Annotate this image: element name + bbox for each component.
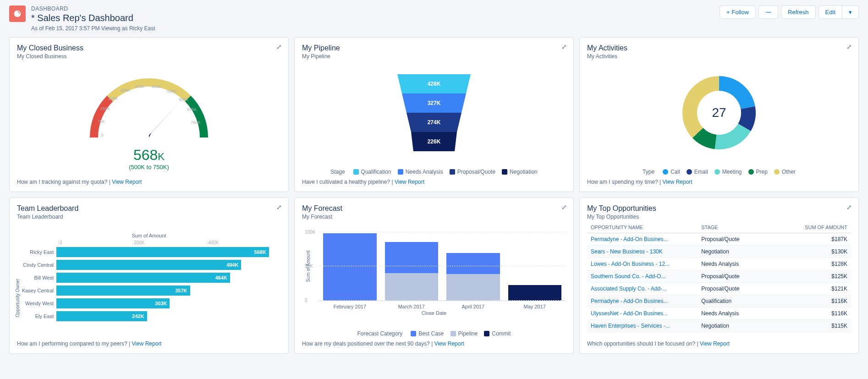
svg-text:375K: 375K bbox=[135, 84, 144, 89]
activities-card: ⤢ My Activities My Activities 27 Type Ca… bbox=[579, 37, 859, 192]
expand-icon[interactable]: ⤢ bbox=[276, 43, 282, 50]
expand-icon[interactable]: ⤢ bbox=[846, 43, 852, 50]
table-row[interactable]: Lowes - Add-On Business - 12...Needs Ana… bbox=[587, 258, 851, 270]
card-subtitle: My Top Opportunities bbox=[587, 214, 851, 220]
forecast-column bbox=[508, 285, 562, 301]
svg-text:525K: 525K bbox=[167, 89, 176, 93]
leaderboard-card: ⤢ Team Leaderboard Team Leaderboard Oppo… bbox=[9, 198, 289, 354]
table-cell: Needs Analysis bbox=[698, 258, 771, 270]
bar-fill: 568K bbox=[56, 247, 269, 257]
edit-label: Edit bbox=[825, 9, 835, 16]
forecast-card: ⤢ My Forecast My Forecast Sum of Amount … bbox=[294, 198, 574, 354]
page-title: * Sales Rep's Dashboard bbox=[31, 13, 717, 23]
refresh-button[interactable]: Refresh bbox=[781, 5, 816, 19]
header-text: DASHBOARD * Sales Rep's Dashboard As of … bbox=[31, 5, 717, 32]
dashboard-grid: ⤢ My Closed Business My Closed Business … bbox=[0, 37, 868, 363]
edit-dropdown-button[interactable]: ▾ bbox=[842, 5, 859, 19]
pulse-icon: ⁓ bbox=[765, 9, 771, 16]
col-opportunity-name[interactable]: OPPORTUNITY NAME bbox=[587, 222, 698, 233]
feed-button[interactable]: ⁓ bbox=[758, 5, 778, 19]
legend-item: Call bbox=[663, 169, 680, 175]
expand-icon[interactable]: ⤢ bbox=[561, 43, 567, 50]
legend-item: Proposal/Quote bbox=[450, 169, 495, 175]
column-segment bbox=[385, 273, 439, 301]
edit-button-group: Edit ▾ bbox=[816, 5, 859, 19]
table-row[interactable]: Southern Sound Co. - Add-O...Proposal/Qu… bbox=[587, 270, 851, 283]
col-sum-amount[interactable]: SUM OF AMOUNT bbox=[771, 222, 851, 233]
svg-text:450K: 450K bbox=[151, 84, 161, 89]
col-stage[interactable]: STAGE bbox=[698, 222, 771, 233]
bar-fill: 494K bbox=[56, 260, 241, 270]
table-row[interactable]: Haven Enterprises - Services -...Negotia… bbox=[587, 320, 851, 332]
card-title: My Closed Business bbox=[17, 44, 281, 52]
opportunity-link[interactable]: Associated Supply Co. - Add-... bbox=[587, 283, 698, 295]
card-footer: How am I performing compared to my peers… bbox=[17, 341, 281, 347]
opportunity-link[interactable]: Sears - New Business - 130K bbox=[587, 246, 698, 258]
table-row[interactable]: Associated Supply Co. - Add-...Proposal/… bbox=[587, 283, 851, 295]
svg-text:75K: 75K bbox=[98, 119, 105, 124]
gauge-chart: 0 75K 150K 225K 300K 375K 450K 525K 600K… bbox=[17, 60, 281, 175]
view-report-link[interactable]: View Report bbox=[434, 341, 464, 347]
donut-chart: 27 bbox=[587, 60, 851, 166]
opportunity-link[interactable]: Permadyne - Add-On Busines... bbox=[587, 233, 698, 246]
legend-swatch bbox=[774, 169, 780, 175]
table-row[interactable]: Sears - New Business - 130KNegotiation$1… bbox=[587, 246, 851, 258]
legend-swatch bbox=[398, 169, 403, 175]
legend-item: Negotiation bbox=[502, 169, 538, 175]
bar-row: Ricky East568K bbox=[17, 247, 281, 257]
view-report-link[interactable]: View Report bbox=[395, 179, 424, 185]
follow-button[interactable]: +Follow bbox=[720, 5, 756, 19]
table-cell: $115K bbox=[771, 320, 851, 332]
edit-button[interactable]: Edit bbox=[819, 5, 842, 19]
bar-fill: 303K bbox=[56, 298, 170, 308]
bar-fill: 242K bbox=[56, 311, 147, 321]
column-label: March 2017 bbox=[385, 304, 439, 309]
table-cell: $116K bbox=[771, 308, 851, 320]
chevron-down-icon: ▾ bbox=[849, 9, 852, 16]
table-row[interactable]: Permadyne - Add-On Busines...Proposal/Qu… bbox=[587, 233, 851, 246]
opportunity-link[interactable]: Lowes - Add-On Business - 12... bbox=[587, 258, 698, 270]
bar-row: Wendy West303K bbox=[17, 298, 281, 308]
table-cell: $121K bbox=[771, 283, 851, 295]
opportunities-table: OPPORTUNITY NAME STAGE SUM OF AMOUNT Per… bbox=[587, 222, 851, 332]
legend-swatch bbox=[450, 331, 456, 336]
card-footer: How are my deals positioned over the nex… bbox=[302, 341, 566, 347]
refresh-label: Refresh bbox=[788, 9, 809, 16]
opportunity-link[interactable]: Southern Sound Co. - Add-O... bbox=[587, 270, 698, 283]
expand-icon[interactable]: ⤢ bbox=[846, 203, 852, 211]
opportunity-link[interactable]: UlyssesNet - Add-On Busines... bbox=[587, 308, 698, 320]
bar-fill: 357K bbox=[56, 286, 190, 296]
card-title: My Forecast bbox=[302, 204, 566, 213]
expand-icon[interactable]: ⤢ bbox=[561, 203, 567, 211]
view-report-link[interactable]: View Report bbox=[663, 179, 692, 185]
card-footer: How am I tracking against my quota? | Vi… bbox=[17, 179, 281, 185]
forecast-legend: Forecast Category Best CasePipelineCommi… bbox=[302, 330, 566, 337]
legend-swatch bbox=[450, 169, 455, 175]
column-segment bbox=[446, 253, 500, 274]
bar-label: Bill West bbox=[17, 275, 56, 280]
table-row[interactable]: Permadyne - Add-On Busines...Qualificati… bbox=[587, 295, 851, 308]
bar-label: Kasey Central bbox=[17, 288, 56, 293]
x-axis-label: Close Date bbox=[302, 310, 566, 316]
opportunity-link[interactable]: Permadyne - Add-On Busines... bbox=[587, 295, 698, 308]
expand-icon[interactable]: ⤢ bbox=[276, 203, 282, 211]
card-subtitle: My Pipeline bbox=[302, 53, 566, 60]
view-report-link[interactable]: View Report bbox=[700, 341, 730, 347]
legend-swatch bbox=[714, 169, 720, 175]
card-footer: Have I cultivated a healthy pipeline? | … bbox=[302, 179, 566, 185]
table-cell: Proposal/Quote bbox=[698, 283, 771, 295]
card-subtitle: My Forecast bbox=[302, 214, 566, 220]
view-report-link[interactable]: View Report bbox=[132, 341, 162, 347]
legend-item: Meeting bbox=[714, 169, 742, 175]
opportunity-link[interactable]: Haven Enterprises - Services -... bbox=[587, 320, 698, 332]
legend-swatch bbox=[411, 331, 416, 336]
table-cell: Proposal/Quote bbox=[698, 233, 771, 246]
table-cell: $130K bbox=[771, 246, 851, 258]
legend-item: Pipeline bbox=[450, 330, 478, 337]
legend-item: Needs Analysis bbox=[398, 169, 443, 175]
column-label: April 2017 bbox=[446, 304, 500, 309]
legend-swatch bbox=[484, 331, 489, 336]
table-row[interactable]: UlyssesNet - Add-On Busines...Needs Anal… bbox=[587, 308, 851, 320]
view-report-link[interactable]: View Report bbox=[112, 179, 142, 185]
svg-text:225K: 225K bbox=[108, 96, 118, 101]
